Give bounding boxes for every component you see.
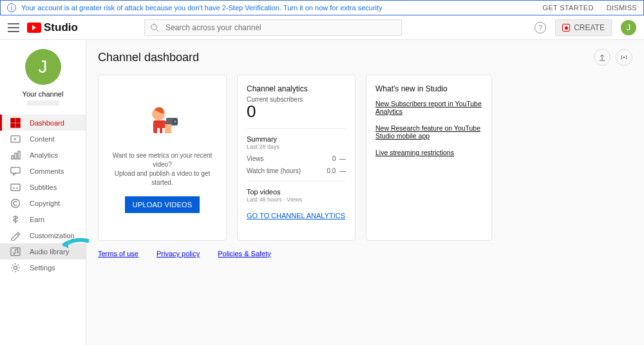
search-input[interactable] <box>166 23 396 32</box>
channel-avatar: J <box>25 49 61 85</box>
banner-dismiss[interactable]: DISMISS <box>607 4 637 12</box>
upload-videos-button[interactable]: UPLOAD VIDEOS <box>125 196 200 213</box>
stat-value: 0.0 <box>327 167 336 174</box>
sidebar-item-dashboard[interactable]: Dashboard <box>0 115 86 131</box>
help-icon[interactable]: ? <box>535 22 546 33</box>
sidebar-item-content[interactable]: Content <box>0 131 86 147</box>
avatar[interactable]: J <box>621 20 636 35</box>
subtitles-icon <box>10 182 21 192</box>
search-box[interactable] <box>144 19 402 36</box>
news-item[interactable]: New Subscribers report in YouTube Analyt… <box>375 100 482 115</box>
news-title: What's new in Studio <box>375 84 482 93</box>
footer-privacy[interactable]: Privacy policy <box>156 250 200 257</box>
sidebar: J Your channel Dashboard Content Analyti… <box>0 40 86 345</box>
top-videos-title: Top videos <box>247 188 346 196</box>
analytics-icon <box>10 150 21 160</box>
upload-line2: Upload and publish a video to get starte… <box>109 169 216 187</box>
sidebar-item-label: Comments <box>30 167 64 175</box>
footer-policies[interactable]: Policies & Safety <box>218 250 271 257</box>
sidebar-item-label: Settings <box>30 264 55 272</box>
svg-rect-5 <box>16 124 20 127</box>
svg-point-20 <box>623 57 625 58</box>
earn-icon <box>10 214 21 225</box>
svg-rect-3 <box>16 118 20 122</box>
svg-point-18 <box>17 251 19 253</box>
svg-point-28 <box>174 120 176 123</box>
sidebar-item-label: Earn <box>30 216 44 223</box>
stat-label: Watch time (hours) <box>247 167 301 174</box>
svg-rect-8 <box>12 156 14 159</box>
svg-rect-24 <box>155 128 157 133</box>
sidebar-item-analytics[interactable]: Analytics <box>0 147 86 163</box>
sidebar-item-subtitles[interactable]: Subtitles <box>0 179 86 195</box>
banner-message-link[interactable]: Your account is at greater risk of attac… <box>21 4 383 12</box>
whats-new-card: What's new in Studio New Subscribers rep… <box>366 75 492 241</box>
summary-period: Last 28 days <box>247 144 346 150</box>
annotation-arrow <box>62 238 89 253</box>
news-item[interactable]: New Research feature on YouTube Studio m… <box>375 124 482 140</box>
sidebar-item-comments[interactable]: Comments <box>0 163 86 179</box>
audio-icon <box>10 247 21 257</box>
svg-rect-10 <box>18 151 20 159</box>
create-label: CREATE <box>574 23 605 32</box>
stat-delta: — <box>339 155 346 162</box>
app-header: Studio ? CREATE J <box>0 15 644 40</box>
svg-rect-2 <box>11 118 15 122</box>
stat-delta: — <box>339 167 346 174</box>
channel-analytics-card: Channel analytics Current subscribers 0 … <box>237 75 355 241</box>
comments-icon <box>10 166 21 176</box>
copyright-icon <box>10 198 21 209</box>
svg-rect-12 <box>11 184 20 191</box>
svg-marker-7 <box>14 138 17 140</box>
go-to-analytics-link[interactable]: GO TO CHANNEL ANALYTICS <box>247 212 345 219</box>
top-videos-sub: Last 48 hours · Views <box>247 196 346 203</box>
svg-rect-25 <box>160 128 162 133</box>
upload-icon-button[interactable] <box>594 49 611 66</box>
create-button[interactable]: CREATE <box>555 19 612 36</box>
sidebar-item-label: Subtitles <box>30 183 57 191</box>
upload-prompt-card: Want to see metrics on your recent video… <box>98 75 227 241</box>
gear-icon <box>10 263 21 273</box>
svg-marker-30 <box>62 241 68 248</box>
channel-block[interactable]: J Your channel <box>0 40 86 111</box>
upload-illustration <box>142 102 183 144</box>
brand-text: Studio <box>44 21 78 34</box>
security-banner: i Your account is at greater risk of att… <box>0 0 644 15</box>
sidebar-item-earn[interactable]: Earn <box>0 211 86 227</box>
sidebar-item-label: Copyright <box>30 200 60 207</box>
svg-point-19 <box>14 266 17 269</box>
news-item[interactable]: Live streaming restrictions <box>375 149 482 156</box>
channel-name-redacted <box>27 100 59 106</box>
go-live-icon-button[interactable] <box>616 49 632 66</box>
banner-get-started[interactable]: GET STARTED <box>543 4 594 12</box>
page-title: Channel dashboard <box>98 51 199 64</box>
svg-rect-29 <box>165 124 171 133</box>
svg-point-15 <box>12 199 20 207</box>
stat-label: Views <box>247 155 264 162</box>
sidebar-item-copyright[interactable]: Copyright <box>0 195 86 211</box>
customization-icon <box>10 230 21 241</box>
sidebar-item-label: Analytics <box>30 151 58 159</box>
dashboard-icon <box>10 118 21 128</box>
svg-rect-11 <box>11 167 20 173</box>
youtube-icon <box>27 23 41 33</box>
upload-line1: Want to see metrics on your recent video… <box>109 151 216 169</box>
logo[interactable]: Studio <box>27 21 78 34</box>
content-icon <box>10 134 21 144</box>
main-content: Channel dashboard Want to see <box>86 40 644 345</box>
info-icon: i <box>7 3 16 12</box>
summary-title: Summary <box>247 135 346 143</box>
channel-label: Your channel <box>0 90 86 98</box>
sidebar-item-settings[interactable]: Settings <box>0 259 86 275</box>
svg-rect-4 <box>11 124 15 127</box>
svg-line-1 <box>156 30 158 32</box>
menu-icon[interactable] <box>8 23 19 32</box>
sidebar-item-label: Content <box>30 135 55 143</box>
stat-value: 0 <box>332 155 336 162</box>
subs-value: 0 <box>247 102 346 122</box>
sidebar-item-label: Dashboard <box>30 119 64 127</box>
record-icon <box>562 24 570 32</box>
search-icon <box>150 23 159 32</box>
footer-terms[interactable]: Terms of use <box>98 250 138 257</box>
svg-rect-9 <box>15 153 17 159</box>
